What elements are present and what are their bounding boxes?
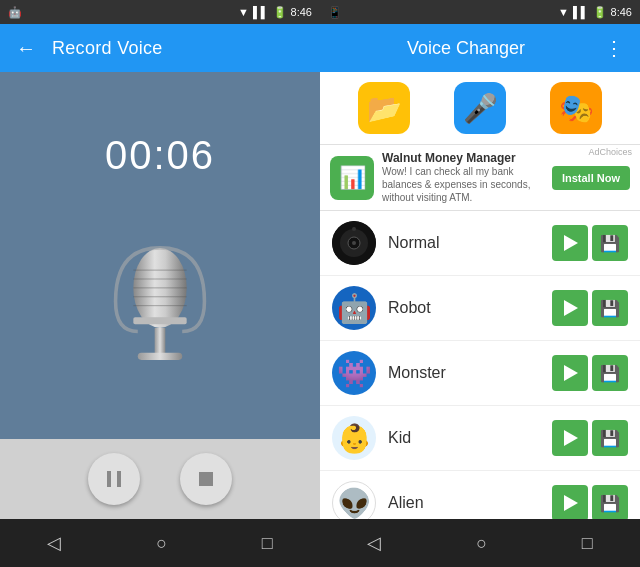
microphone-icon <box>100 239 220 399</box>
right-nav-bar: ◁ ○ □ <box>320 519 640 567</box>
right-header: Voice Changer ⋮ <box>320 24 640 72</box>
controls-area <box>0 439 320 519</box>
pause-button[interactable] <box>88 453 140 505</box>
left-title: Record Voice <box>52 38 163 59</box>
right-back-nav[interactable]: ◁ <box>367 532 381 554</box>
mic-icon[interactable]: 🎤 <box>454 82 506 134</box>
left-header: ← Record Voice <box>0 24 320 72</box>
wifi-icon: ▼ <box>238 6 249 18</box>
effect-icon[interactable]: 🎭 <box>550 82 602 134</box>
ad-icon-emoji: 📊 <box>339 165 366 191</box>
kid-actions: 💾 <box>552 420 628 456</box>
monster-actions: 💾 <box>552 355 628 391</box>
monster-label: Monster <box>388 364 540 382</box>
signal-icon: ▌▌ <box>253 6 269 18</box>
monster-icon: 👾 <box>332 351 376 395</box>
record-content: 00:06 <box>0 72 320 439</box>
right-panel: 📱 ▼ ▌▌ 🔋 8:46 Voice Changer ⋮ 📂 🎤 🎭 AdCh… <box>320 0 640 567</box>
monster-emoji: 👾 <box>337 357 372 390</box>
save-icon: 💾 <box>600 234 620 253</box>
left-home-nav[interactable]: ○ <box>156 533 167 554</box>
left-panel: 🤖 ▼ ▌▌ 🔋 8:46 ← Record Voice 00:06 <box>0 0 320 567</box>
left-status-right: ▼ ▌▌ 🔋 8:46 <box>238 6 312 19</box>
robot-emoji: 🤖 <box>337 292 372 325</box>
kid-save-button[interactable]: 💾 <box>592 420 628 456</box>
right-battery-icon: 🔋 <box>593 6 607 19</box>
robot-play-button[interactable] <box>552 290 588 326</box>
effect-robot: 🤖 Robot 💾 <box>320 276 640 341</box>
left-status-bar: 🤖 ▼ ▌▌ 🔋 8:46 <box>0 0 320 24</box>
right-status-bar: 📱 ▼ ▌▌ 🔋 8:46 <box>320 0 640 24</box>
kid-play-button[interactable] <box>552 420 588 456</box>
ad-text: Walnut Money Manager Wow! I can check al… <box>382 151 544 204</box>
robot-save-icon: 💾 <box>600 299 620 318</box>
robot-label: Robot <box>388 299 540 317</box>
alien-label: Alien <box>388 494 540 512</box>
right-recent-nav[interactable]: □ <box>582 533 593 554</box>
monster-play-button[interactable] <box>552 355 588 391</box>
kid-emoji: 👶 <box>337 422 372 455</box>
monster-save-button[interactable]: 💾 <box>592 355 628 391</box>
normal-label: Normal <box>388 234 540 252</box>
monster-play-icon <box>564 365 578 381</box>
install-button[interactable]: Install Now <box>552 166 630 190</box>
battery-icon: 🔋 <box>273 6 287 19</box>
normal-save-button[interactable]: 💾 <box>592 225 628 261</box>
kid-label: Kid <box>388 429 540 447</box>
alien-play-button[interactable] <box>552 485 588 519</box>
right-home-nav[interactable]: ○ <box>476 533 487 554</box>
svg-rect-10 <box>117 471 121 487</box>
alien-emoji: 👽 <box>337 487 372 520</box>
ad-title: Walnut Money Manager <box>382 151 544 165</box>
effect-alien: 👽 Alien 💾 <box>320 471 640 519</box>
normal-play-button[interactable] <box>552 225 588 261</box>
robot-icon: 🤖 <box>332 286 376 330</box>
speaker-icon <box>332 221 376 265</box>
robot-save-button[interactable]: 💾 <box>592 290 628 326</box>
stop-button[interactable] <box>180 453 232 505</box>
play-triangle-icon <box>564 235 578 251</box>
folder-emoji: 📂 <box>367 92 402 125</box>
left-status-icons: 🤖 <box>8 6 22 19</box>
left-back-nav[interactable]: ◁ <box>47 532 61 554</box>
ad-choices-label: AdChoices <box>588 147 632 157</box>
svg-point-16 <box>352 227 356 231</box>
effect-normal: Normal 💾 <box>320 211 640 276</box>
robot-actions: 💾 <box>552 290 628 326</box>
svg-point-15 <box>352 241 356 245</box>
kid-save-icon: 💾 <box>600 429 620 448</box>
alien-save-icon: 💾 <box>600 494 620 513</box>
effect-kid: 👶 Kid 💾 <box>320 406 640 471</box>
ad-banner: AdChoices 📊 Walnut Money Manager Wow! I … <box>320 145 640 211</box>
left-recent-nav[interactable]: □ <box>262 533 273 554</box>
notification-icon: 📱 <box>328 6 342 18</box>
alien-save-button[interactable]: 💾 <box>592 485 628 519</box>
svg-rect-11 <box>199 472 213 486</box>
alien-actions: 💾 <box>552 485 628 519</box>
right-title: Voice Changer <box>336 38 596 59</box>
kid-play-icon <box>564 430 578 446</box>
ad-icon: 📊 <box>330 156 374 200</box>
android-icon: 🤖 <box>8 6 22 19</box>
back-button[interactable]: ← <box>16 37 36 60</box>
effect-monster: 👾 Monster 💾 <box>320 341 640 406</box>
right-status-right: ▼ ▌▌ 🔋 8:46 <box>558 6 632 19</box>
effect-emoji: 🎭 <box>559 92 594 125</box>
kid-icon: 👶 <box>332 416 376 460</box>
alien-icon: 👽 <box>332 481 376 519</box>
normal-actions: 💾 <box>552 225 628 261</box>
app-icons-row: 📂 🎤 🎭 <box>320 72 640 145</box>
svg-rect-9 <box>107 471 111 487</box>
effects-list: Normal 💾 🤖 Robot 💾 <box>320 211 640 519</box>
pause-icon <box>102 467 126 491</box>
right-status-left: 📱 <box>328 6 342 19</box>
folder-icon[interactable]: 📂 <box>358 82 410 134</box>
record-timer: 00:06 <box>105 133 215 178</box>
left-nav-bar: ◁ ○ □ <box>0 519 320 567</box>
robot-play-icon <box>564 300 578 316</box>
stop-icon <box>194 467 218 491</box>
ad-description: Wow! I can check all my bank balances & … <box>382 165 544 204</box>
menu-button[interactable]: ⋮ <box>604 36 624 60</box>
svg-rect-6 <box>133 317 186 324</box>
microphone-visual <box>100 239 220 399</box>
